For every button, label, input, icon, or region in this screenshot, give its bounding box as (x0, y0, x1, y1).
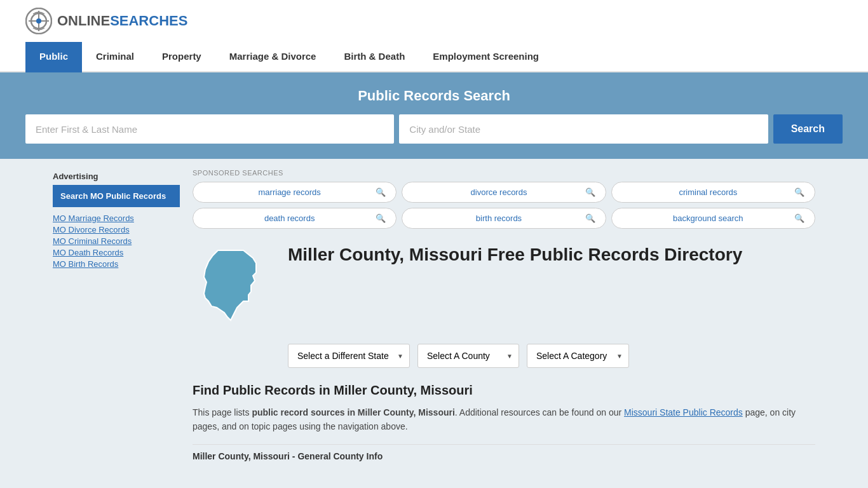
state-dropdown-wrapper: Select a Different State (288, 344, 410, 368)
content-area: SPONSORED SEARCHES marriage records 🔍 di… (193, 159, 815, 461)
directory-section: Miller County, Missouri Free Public Reco… (193, 244, 815, 329)
directory-title-wrapper: Miller County, Missouri Free Public Reco… (288, 244, 742, 266)
name-input[interactable] (25, 114, 394, 144)
svg-marker-3 (204, 250, 256, 320)
county-dropdown[interactable]: Select A County (417, 344, 519, 368)
tag-criminal[interactable]: criminal records 🔍 (611, 182, 815, 203)
nav-property[interactable]: Property (148, 42, 215, 72)
sidebar-link-divorce[interactable]: MO Divorce Records (53, 225, 180, 234)
svg-point-2 (36, 18, 41, 24)
logo-icon (25, 8, 52, 34)
tag-death[interactable]: death records 🔍 (193, 208, 397, 229)
search-icon-criminal: 🔍 (794, 187, 804, 197)
search-icon-death: 🔍 (376, 214, 386, 223)
find-description: This page lists public record sources in… (193, 405, 815, 434)
nav-birth-death[interactable]: Birth & Death (330, 42, 419, 72)
location-input[interactable] (399, 114, 768, 144)
tag-birth[interactable]: birth records 🔍 (402, 208, 606, 229)
category-dropdown[interactable]: Select A Category (527, 344, 629, 368)
find-title: Find Public Records in Miller County, Mi… (193, 383, 815, 398)
logo[interactable]: ONLINESEARCHES (25, 8, 187, 34)
tag-divorce[interactable]: divorce records 🔍 (402, 182, 606, 203)
sidebar-link-marriage[interactable]: MO Marriage Records (53, 214, 180, 223)
county-dropdown-wrapper: Select A County (417, 344, 519, 368)
search-icon-birth: 🔍 (585, 214, 595, 223)
county-info-title: Miller County, Missouri - General County… (193, 451, 815, 461)
tag-marriage[interactable]: marriage records 🔍 (193, 182, 397, 203)
sponsored-label: SPONSORED SEARCHES (193, 169, 815, 177)
search-icon-marriage: 🔍 (376, 187, 386, 197)
header: ONLINESEARCHES (0, 0, 868, 42)
section-divider (193, 444, 815, 445)
state-map (193, 244, 275, 329)
main-container: Advertising Search MO Public Records MO … (40, 159, 828, 461)
dropdowns-row: Select a Different State Select A County… (288, 344, 815, 368)
search-tags: marriage records 🔍 divorce records 🔍 cri… (193, 182, 815, 229)
search-banner-title: Public Records Search (25, 88, 843, 104)
search-button[interactable]: Search (773, 114, 843, 144)
sidebar-link-criminal[interactable]: MO Criminal Records (53, 236, 180, 246)
search-icon-divorce: 🔍 (585, 187, 595, 197)
nav-marriage-divorce[interactable]: Marriage & Divorce (215, 42, 330, 72)
sidebar-link-death[interactable]: MO Death Records (53, 248, 180, 257)
sidebar-links: MO Marriage Records MO Divorce Records M… (53, 214, 180, 269)
state-records-link[interactable]: Missouri State Public Records (624, 407, 743, 417)
logo-text: ONLINESEARCHES (57, 13, 187, 29)
sidebar-link-birth[interactable]: MO Birth Records (53, 259, 180, 269)
category-dropdown-wrapper: Select A Category (527, 344, 629, 368)
sidebar: Advertising Search MO Public Records MO … (53, 159, 180, 461)
main-nav: Public Criminal Property Marriage & Divo… (0, 42, 868, 72)
find-section: Find Public Records in Miller County, Mi… (193, 383, 815, 461)
search-form: Search (25, 114, 843, 144)
nav-criminal[interactable]: Criminal (82, 42, 148, 72)
state-dropdown[interactable]: Select a Different State (288, 344, 410, 368)
missouri-map-svg (193, 244, 275, 327)
nav-employment[interactable]: Employment Screening (419, 42, 553, 72)
nav-public[interactable]: Public (25, 42, 82, 72)
directory-title: Miller County, Missouri Free Public Reco… (288, 244, 742, 266)
sidebar-advertising-label: Advertising (53, 172, 180, 181)
search-icon-background: 🔍 (794, 214, 804, 223)
tag-background[interactable]: background search 🔍 (611, 208, 815, 229)
search-banner: Public Records Search Search (0, 72, 868, 159)
sidebar-ad-box[interactable]: Search MO Public Records (53, 185, 180, 207)
